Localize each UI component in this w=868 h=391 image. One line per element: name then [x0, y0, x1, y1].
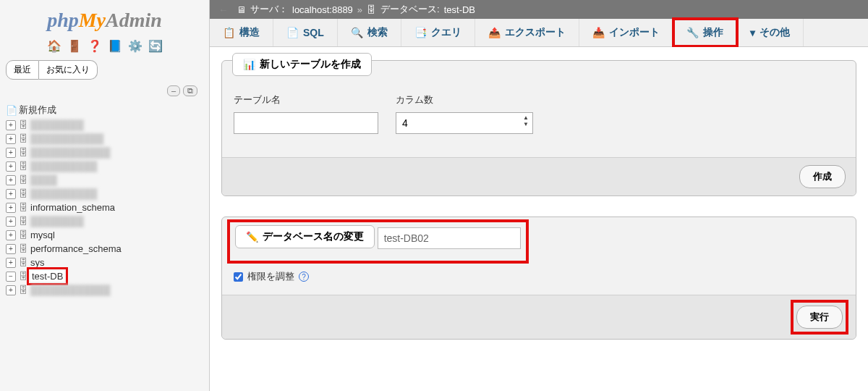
tree-item-sys[interactable]: +🗄sys [6, 256, 203, 269]
expand-icon[interactable]: + [6, 175, 16, 185]
expand-icon[interactable]: + [6, 134, 16, 144]
logo[interactable]: phpMyAdmin [6, 6, 203, 36]
new-db-icon: 📄 [6, 105, 17, 116]
tree-item-blurred[interactable]: +🗄██████████ [6, 159, 203, 173]
home-icon[interactable]: 🏠 [47, 39, 61, 53]
execute-button[interactable]: 実行 [796, 306, 843, 329]
db-icon: 🗄 [17, 147, 29, 158]
settings-icon[interactable]: ⚙️ [128, 39, 142, 53]
tab-more[interactable]: ▾その他 [737, 19, 804, 46]
search-icon: 🔍 [351, 27, 363, 38]
tree-item-blurred[interactable]: +🗄████████ [6, 118, 203, 132]
expand-icon[interactable]: + [6, 161, 16, 172]
sidebar-tabs: 最近 お気に入り [6, 60, 203, 80]
tab-structure[interactable]: 📋構造 [210, 19, 273, 46]
server-value[interactable]: localhost:8889 [292, 4, 353, 15]
db-icon: 🗄 [17, 230, 29, 240]
column-count-input[interactable] [396, 112, 533, 134]
tree-item-blurred[interactable]: +🗄████████████ [6, 283, 203, 297]
db-icon: 🗄 [17, 271, 29, 282]
pencil-icon: ✏️ [246, 231, 258, 243]
separator: » [357, 4, 362, 15]
back-arrow-icon[interactable]: ← [217, 4, 232, 15]
collapse-icon[interactable]: − [6, 272, 16, 282]
tab-recent[interactable]: 最近 [6, 60, 39, 80]
db-icon: 🗄 [17, 161, 29, 172]
db-icon: 🗄 [17, 175, 29, 185]
table-name-label: テーブル名 [234, 93, 378, 106]
execute-highlight-box: 実行 [793, 303, 846, 332]
tree-controls: – ⧉ [12, 85, 197, 96]
column-count-label: カラム数 [396, 93, 533, 106]
tree-item-blurred[interactable]: +🗄██████████ [6, 187, 203, 201]
logo-php: php [47, 9, 79, 31]
db-label: データベース: [380, 3, 440, 16]
create-button[interactable]: 作成 [799, 165, 846, 188]
db-value[interactable]: test-DB [444, 4, 475, 15]
tree-new-database[interactable]: 📄 新規作成 [6, 102, 203, 118]
tree-item-mysql[interactable]: +🗄mysql [6, 228, 203, 242]
adjust-privileges-checkbox[interactable] [234, 272, 243, 282]
export-icon: 📤 [488, 27, 501, 38]
tab-query[interactable]: 📑クエリ [401, 19, 475, 46]
exit-icon[interactable]: 🚪 [67, 39, 82, 53]
import-icon: 📥 [592, 27, 605, 38]
expand-icon[interactable]: + [6, 244, 16, 254]
logo-admin: Admin [106, 9, 162, 31]
adjust-privileges-label: 権限を調整 [247, 270, 294, 283]
docs-icon[interactable]: 📘 [108, 39, 122, 53]
db-icon: 🗄 [17, 257, 29, 268]
database-tree: 📄 新規作成 +🗄████████ +🗄███████████ +🗄██████… [6, 102, 203, 297]
table-icon: 📊 [243, 59, 255, 70]
db-icon: 🗄 [17, 133, 29, 144]
sidebar-toolbar: 🏠 🚪 ❓ 📘 ⚙️ 🔄 [6, 39, 203, 53]
table-name-field: テーブル名 [234, 93, 378, 134]
rename-db-input[interactable] [378, 227, 521, 249]
rename-db-panel: ✏️ データベース名の変更 権限を調整 ? 実行 [221, 216, 856, 340]
tab-export[interactable]: 📤エクスポート [475, 19, 579, 46]
expand-icon[interactable]: + [6, 216, 16, 227]
expand-icon[interactable]: + [6, 148, 16, 158]
main: ← 🖥 サーバ： localhost:8889 » 🗄 データベース: test… [210, 0, 868, 391]
logo-my: My [79, 9, 106, 31]
main-tabs: 📋構造 📄SQL 🔍検索 📑クエリ 📤エクスポート 📥インポート 🔧操作 ▾その… [210, 19, 868, 47]
help-icon[interactable]: ? [299, 272, 309, 282]
tree-item-performance-schema[interactable]: +🗄performance_schema [6, 242, 203, 256]
adjust-privileges-row: 権限を調整 ? [234, 270, 844, 283]
tree-item-blurred[interactable]: +🗄████████ [6, 214, 203, 228]
link-icon[interactable]: ⧉ [183, 85, 197, 96]
tree-item-blurred[interactable]: +🗄████████████ [6, 146, 203, 159]
table-name-input[interactable] [234, 112, 378, 134]
breadcrumb: ← 🖥 サーバ： localhost:8889 » 🗄 データベース: test… [210, 0, 868, 19]
chevron-up-icon[interactable]: ▲ [523, 114, 529, 121]
expand-icon[interactable]: + [6, 203, 16, 213]
tab-import[interactable]: 📥インポート [579, 19, 673, 46]
db-icon: 🗄 [17, 216, 29, 227]
collapse-icon[interactable]: – [167, 85, 180, 96]
reload-icon[interactable]: 🔄 [148, 39, 163, 53]
help-icon[interactable]: ❓ [88, 39, 102, 53]
query-icon: 📑 [414, 27, 427, 38]
tree-item-blurred[interactable]: +🗄███████████ [6, 132, 203, 146]
expand-icon[interactable]: + [6, 258, 16, 268]
tab-favorites[interactable]: お気に入り [39, 60, 98, 80]
stepper-arrows[interactable]: ▲▼ [523, 114, 529, 127]
expand-icon[interactable]: + [6, 285, 16, 295]
tab-operation[interactable]: 🔧操作 [673, 19, 737, 46]
tab-sql[interactable]: 📄SQL [273, 19, 338, 46]
tree-item-information-schema[interactable]: +🗄information_schema [6, 201, 203, 214]
create-table-title: 📊 新しいテーブルを作成 [232, 53, 372, 76]
tree-item-test-db[interactable]: −🗄test-DB [6, 269, 203, 283]
db-icon: 🗄 [17, 285, 29, 295]
tree-item-blurred[interactable]: +🗄████ [6, 173, 203, 187]
expand-icon[interactable]: + [6, 230, 16, 240]
expand-icon[interactable]: + [6, 120, 16, 130]
structure-icon: 📋 [223, 27, 235, 38]
database-icon: 🗄 [367, 4, 376, 15]
tab-search[interactable]: 🔍検索 [338, 19, 401, 46]
content-area: 📊 新しいテーブルを作成 テーブル名 カラム数 ▲▼ [210, 47, 868, 391]
tree-new-label: 新規作成 [19, 104, 56, 117]
db-icon: 🗄 [17, 202, 29, 213]
chevron-down-icon[interactable]: ▼ [523, 121, 529, 127]
expand-icon[interactable]: + [6, 189, 16, 199]
